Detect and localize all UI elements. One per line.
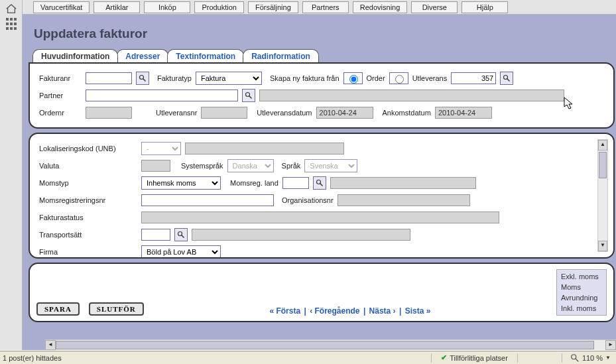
svg-rect-4 xyxy=(10,23,13,25)
label-utleverans: Utleverans xyxy=(412,74,448,82)
select-momstyp[interactable]: Inhemsk moms xyxy=(141,176,221,190)
svg-rect-3 xyxy=(6,23,9,25)
display-partner-name xyxy=(259,90,564,101)
save-button[interactable]: SPARA xyxy=(36,302,80,316)
apps-grid-icon[interactable] xyxy=(5,17,17,30)
radio-order[interactable] xyxy=(349,75,358,84)
radio-utleverans-wrap[interactable] xyxy=(389,72,408,84)
select-firma[interactable]: Böld på Lov AB xyxy=(141,245,221,259)
header-panel: Fakturanr Fakturatyp Faktura Skapa ny fa… xyxy=(29,62,615,129)
input-partner[interactable] xyxy=(86,90,238,101)
search-icon xyxy=(177,231,185,239)
tab-adresser[interactable]: Adresser xyxy=(117,49,168,62)
svg-point-17 xyxy=(178,232,182,236)
select-sprak: Svenska xyxy=(304,159,357,172)
input-utleverans[interactable] xyxy=(451,72,496,84)
hscroll-left-icon[interactable]: ◄ xyxy=(45,340,56,350)
tab-radinformation[interactable]: Radinformation xyxy=(243,49,319,62)
svg-line-12 xyxy=(507,79,510,82)
display-ordernr xyxy=(86,107,132,119)
lookup-momsreg-land[interactable] xyxy=(313,176,326,190)
hscroll-right-icon[interactable]: ► xyxy=(605,340,616,350)
svg-point-15 xyxy=(316,180,320,184)
select-systemsprak: Danska xyxy=(227,159,274,172)
tax-moms: Moms xyxy=(561,282,602,292)
footer-panel: SPARA SLUTFÖR « Första | ‹ Föregående | … xyxy=(29,263,615,322)
svg-line-10 xyxy=(143,79,146,82)
svg-rect-1 xyxy=(10,18,13,21)
svg-rect-5 xyxy=(14,23,17,25)
svg-rect-6 xyxy=(6,27,9,30)
display-momsreg-land xyxy=(330,177,476,189)
input-momsregnr[interactable] xyxy=(141,194,274,206)
label-order: Order xyxy=(367,74,385,82)
label-sprak: Språk xyxy=(282,162,301,170)
display-lokalisering xyxy=(185,143,344,154)
label-ankomstdatum: Ankomstdatum xyxy=(383,109,431,117)
radio-utleverans[interactable] xyxy=(395,75,404,84)
label-transportsatt: Transportsätt xyxy=(39,231,137,239)
tax-excl: Exkl. moms xyxy=(561,271,602,282)
menu-diverse[interactable]: Diverse xyxy=(411,1,458,13)
svg-point-11 xyxy=(504,76,508,80)
horizontal-scrollbar[interactable]: ◄ ► xyxy=(45,339,616,350)
scroll-up-icon[interactable]: ▲ xyxy=(598,140,607,151)
menu-inkop[interactable]: Inköp xyxy=(144,1,190,13)
pager-prev[interactable]: ‹ Föregående xyxy=(310,306,359,316)
details-scrollbar[interactable]: ▲ ▼ xyxy=(597,139,608,252)
svg-rect-2 xyxy=(14,18,17,21)
hscroll-thumb[interactable] xyxy=(56,341,594,349)
page-title: Uppdatera fakturor xyxy=(26,15,616,44)
scroll-thumb[interactable] xyxy=(599,152,607,178)
menu-forsaljning[interactable]: Försäljning xyxy=(248,1,298,13)
select-fakturatyp[interactable]: Faktura xyxy=(196,72,262,85)
svg-rect-7 xyxy=(10,27,13,30)
label-organisationsnr: Organisationsnr xyxy=(282,196,334,204)
lookup-transportsatt[interactable] xyxy=(174,228,188,241)
label-skapa-fran: Skapa ny faktura från xyxy=(270,74,339,82)
finish-button[interactable]: SLUTFÖR xyxy=(89,302,144,316)
display-transportsatt xyxy=(192,229,410,241)
menu-partners[interactable]: Partners xyxy=(302,1,349,13)
label-partner: Partner xyxy=(39,91,82,99)
display-ankomstdatum: 2010-04-24 xyxy=(435,107,492,119)
menu-artiklar[interactable]: Artiklar xyxy=(93,1,140,13)
label-momstyp: Momstyp xyxy=(39,179,137,187)
pager-first[interactable]: « Första xyxy=(269,306,300,316)
menu-redovisning[interactable]: Redovisning xyxy=(353,1,408,13)
tab-textinformation[interactable]: Textinformation xyxy=(167,49,244,62)
input-momsreg-land[interactable] xyxy=(282,177,309,189)
select-lokaliseringskod: - xyxy=(141,142,181,155)
label-valuta: Valuta xyxy=(39,162,137,170)
pager-last[interactable]: Sista » xyxy=(405,306,431,316)
search-icon xyxy=(245,91,253,99)
pager: « Första | ‹ Föregående | Nästa › | Sist… xyxy=(269,306,430,316)
menu-produktion[interactable]: Produktion xyxy=(194,1,244,13)
lookup-fakturanr[interactable] xyxy=(136,72,149,85)
scroll-down-icon[interactable]: ▼ xyxy=(598,241,607,251)
menu-varucertifikat[interactable]: Varucertifikat xyxy=(33,1,90,13)
input-transportsatt[interactable] xyxy=(141,229,170,241)
tab-huvudinformation[interactable]: Huvudinformation xyxy=(32,49,118,62)
label-fakturatyp: Fakturatyp xyxy=(157,74,192,82)
pager-next[interactable]: Nästa › xyxy=(369,306,396,316)
display-organisationsnr xyxy=(338,194,470,206)
svg-rect-0 xyxy=(6,18,9,21)
lookup-partner[interactable] xyxy=(242,89,255,102)
menu-hjalp[interactable]: Hjälp xyxy=(462,1,508,13)
home-icon[interactable] xyxy=(5,4,17,13)
label-firma: Firma xyxy=(39,248,137,256)
label-systemsprak: Systemspråk xyxy=(181,162,223,170)
details-panel: Lokaliseringskod (UNB) - Valuta Systemsp… xyxy=(29,133,615,259)
lookup-utleverans[interactable] xyxy=(500,72,513,85)
tax-round: Avrundning xyxy=(561,292,602,303)
tax-incl: Inkl. moms xyxy=(561,303,602,314)
radio-order-wrap[interactable] xyxy=(343,72,363,84)
input-fakturanr[interactable] xyxy=(86,72,132,84)
display-fakturastatus xyxy=(141,212,499,223)
tax-summary: Exkl. moms Moms Avrundning Inkl. moms xyxy=(556,269,607,316)
display-utleveransdatum: 2010-04-24 xyxy=(316,107,373,119)
svg-line-14 xyxy=(249,96,252,99)
display-valuta xyxy=(141,160,170,172)
svg-line-18 xyxy=(182,235,184,238)
